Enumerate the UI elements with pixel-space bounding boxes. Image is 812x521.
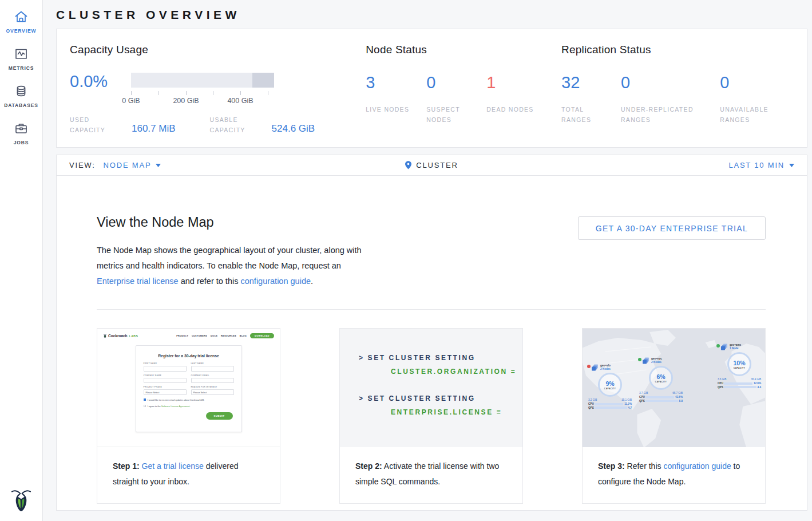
axis-tick-label: 200 GiB	[173, 97, 199, 105]
sidebar: OVERVIEW METRICS DATABASES	[0, 0, 43, 521]
sidebar-item-label: DATABASES	[4, 102, 38, 108]
mini-input	[144, 378, 187, 384]
configuration-guide-link[interactable]: configuration guide	[240, 277, 311, 286]
mini-trial-form: Register for a 30-day trial license FIRS…	[136, 345, 242, 432]
axis-tick	[213, 91, 213, 95]
enterprise-trial-license-link[interactable]: Enterprise trial license	[97, 277, 179, 286]
mini-checkbox-checked	[144, 398, 146, 401]
cluster-summary-card: Capacity Usage 0.0% 0 GiB 200 GiB 400 Gi…	[56, 29, 807, 148]
axis-tick	[186, 91, 187, 95]
unavailable-ranges-stat: 0 UNAVAILABLE RANGES	[720, 74, 807, 125]
chevron-down-icon	[789, 164, 794, 167]
status-dot-warning	[587, 365, 591, 368]
qps-sparkline	[645, 400, 678, 402]
axis-tick	[131, 91, 132, 95]
cpu-sparkline	[595, 403, 623, 405]
sidebar-item-label: METRICS	[9, 65, 34, 71]
sidebar-item-metrics[interactable]: METRICS	[9, 46, 34, 71]
metrics-icon	[14, 46, 29, 61]
mini-input	[191, 366, 234, 372]
time-range-dropdown[interactable]: LAST 10 MIN	[728, 161, 794, 169]
step2-caption: Step 2: Activate the trial license with …	[340, 447, 522, 503]
mini-checkbox	[144, 405, 146, 407]
capacity-usage-title: Capacity Usage	[70, 44, 366, 56]
axis-tick	[159, 91, 159, 95]
live-nodes-stat: 3 LIVE NODES	[366, 74, 426, 125]
capacity-gauge: 9% CAPACITY	[598, 373, 622, 397]
step3-card: geo=sfo 2 Nodes 9% CAPACITY 3.2 GiB 35.1…	[582, 328, 766, 503]
cpu-sparkline	[724, 382, 752, 385]
capacity-bar-reserved-segment	[252, 73, 274, 88]
view-selector-dropdown[interactable]: NODE MAP	[104, 161, 161, 169]
capacity-bar: 0 GiB 200 GiB 400 GiB	[131, 73, 274, 108]
suspect-nodes-stat: 0 SUSPECT NODES	[426, 74, 486, 125]
cockroachdb-logo	[10, 487, 32, 513]
axis-tick-label: 0 GiB	[122, 97, 140, 105]
replication-status-section: Replication Status 32 TOTAL RANGES 0 UND…	[561, 44, 807, 147]
capacity-bar-track	[131, 73, 274, 88]
qps-sparkline	[724, 386, 756, 388]
mini-nav-item: CUSTOMERS	[192, 335, 207, 337]
mini-input	[191, 378, 234, 384]
page-title: CLUSTER OVERVIEW	[56, 8, 807, 22]
mini-download-button: DOWNLOAD	[250, 333, 274, 338]
usable-capacity-value: 524.6 GiB	[272, 123, 315, 136]
capacity-gauge: 10% CAPACITY	[727, 352, 751, 376]
status-dot-ok	[638, 358, 641, 361]
under-replicated-ranges-stat: 0 UNDER-REPLICATED RANGES	[621, 74, 720, 125]
used-capacity-value: 160.7 MiB	[132, 123, 176, 136]
axis-tick	[240, 91, 241, 95]
used-capacity-label: USED CAPACITY	[70, 115, 120, 136]
capacity-usage-section: Capacity Usage 0.0% 0 GiB 200 GiB 400 Gi…	[70, 44, 366, 147]
nodes-stack-icon	[721, 344, 728, 350]
step1-registration-screenshot: Cockroach LABS PRODUCT CUSTOMERS DOCS RE…	[97, 329, 280, 447]
axis-tick	[268, 91, 268, 95]
nodes-stack-icon	[643, 357, 649, 364]
node-map-description: The Node Map shows the geographical layo…	[97, 243, 365, 289]
configuration-guide-link[interactable]: configuration guide	[663, 461, 731, 471]
map-pin-icon	[405, 161, 411, 169]
node-status-section: Node Status 3 LIVE NODES 0 SUSPECT NODES…	[366, 44, 561, 147]
cpu-sparkline	[645, 396, 674, 398]
step3-caption: Step 3: Refer this configuration guide t…	[583, 447, 765, 503]
axis-tick-label: 400 GiB	[227, 97, 253, 105]
cockroach-labs-logo: Cockroach LABS	[103, 333, 138, 338]
map-locality-sfo: geo=sfo 2 Nodes 9% CAPACITY 3.2 GiB 35.1…	[587, 364, 633, 409]
sidebar-item-overview[interactable]: OVERVIEW	[6, 9, 37, 34]
replication-status-title: Replication Status	[561, 44, 807, 56]
get-enterprise-trial-button[interactable]: GET A 30-DAY ENTERPRISE TRIAL	[578, 216, 766, 240]
step1-card: Cockroach LABS PRODUCT CUSTOMERS DOCS RE…	[97, 328, 280, 503]
dead-nodes-stat: 1 DEAD NODES	[486, 74, 541, 125]
databases-icon	[14, 84, 29, 98]
total-ranges-stat: 32 TOTAL RANGES	[561, 74, 621, 125]
section-divider	[97, 309, 766, 310]
get-trial-license-link[interactable]: Get a trial license	[142, 461, 204, 471]
sidebar-item-jobs[interactable]: JOBS	[14, 121, 29, 145]
step2-sql-commands: > SET CLUSTER SETTING CLUSTER.ORGANIZATI…	[340, 329, 522, 447]
sidebar-item-databases[interactable]: DATABASES	[4, 84, 38, 108]
map-locality-nyc: geo=nyc 2 Nodes 6% CAPACITY 3.7 GiB 65.7…	[638, 357, 684, 402]
home-icon	[14, 9, 29, 24]
mini-select: Please Select	[191, 389, 234, 395]
map-locality-ams: geo=ams 1 Node 10% CAPACITY 3.6 GiB 36.4…	[716, 344, 762, 389]
used-capacity-stat: USED CAPACITY 160.7 MiB	[70, 115, 176, 136]
cluster-breadcrumb-label: CLUSTER	[416, 161, 458, 169]
chevron-down-icon	[156, 164, 161, 167]
mini-nav-item: PRODUCT	[176, 335, 188, 337]
node-map-placeholder-card: View the Node Map The Node Map shows the…	[56, 175, 807, 511]
capacity-gauge: 6% CAPACITY	[649, 366, 673, 390]
mini-nav-item: BLOG	[240, 335, 247, 337]
step1-caption: Step 1: Get a trial license delivered st…	[97, 447, 280, 503]
locality-breadcrumb[interactable]: CLUSTER	[311, 161, 552, 169]
mini-submit-button: SUBMIT	[206, 412, 233, 420]
jobs-icon	[14, 121, 29, 136]
usable-capacity-stat: USABLE CAPACITY 524.6 GiB	[210, 115, 315, 136]
qps-sparkline	[595, 406, 627, 409]
main-content: CLUSTER OVERVIEW Capacity Usage 0.0% 0 G…	[43, 8, 812, 518]
status-dot-ok	[716, 344, 720, 348]
sidebar-item-label: OVERVIEW	[6, 28, 37, 34]
usable-capacity-label: USABLE CAPACITY	[210, 115, 260, 136]
view-toolbar: VIEW: NODE MAP CLUSTER LAST 10 MIN	[56, 155, 807, 176]
view-label: VIEW:	[69, 161, 96, 169]
mini-input	[144, 366, 187, 372]
